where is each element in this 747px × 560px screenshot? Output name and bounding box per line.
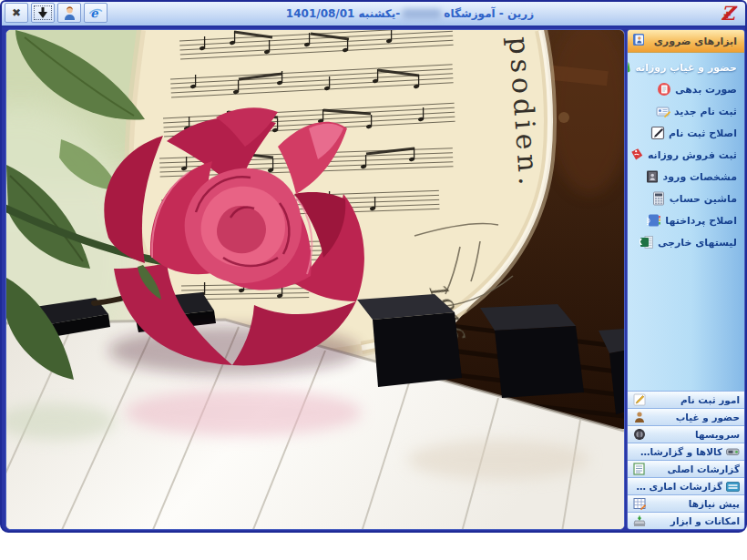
title-bar: ✖ e ز: [2, 2, 745, 27]
piano-rose-photo: psodien. 1916: [6, 30, 624, 530]
down-arrow-icon: [36, 6, 49, 19]
sidebar-header-essential-tools[interactable]: ابزارهای ضروری: [628, 30, 744, 53]
minimize-button[interactable]: [31, 3, 55, 23]
sidebar-item-edit-payments[interactable]: اصلاح پرداختها @: [628, 209, 744, 231]
sidebar-item-login-details[interactable]: مشخصات ورود: [628, 166, 744, 188]
section-label: کالاها و گزارشات مرت...: [632, 446, 722, 457]
login-details-icon: [645, 169, 660, 184]
report-list-icon: [632, 463, 646, 475]
sidebar-item-external-lists[interactable]: لیستهای خارجی X: [628, 231, 744, 253]
app-window: ✖ e ز: [0, 0, 747, 533]
section-facilities-tools[interactable]: امکانات و ابزار: [628, 512, 744, 529]
services-icon: [632, 428, 646, 441]
debt-statement-icon: [657, 82, 671, 97]
financial-report-icon: [726, 482, 740, 492]
sidebar-item-new-registration[interactable]: ثبت نام جدید: [628, 100, 744, 122]
section-prerequisites[interactable]: پیش نیازها: [628, 494, 744, 512]
main-content-photo: psodien. 1916: [5, 29, 625, 530]
user-button[interactable]: [57, 3, 81, 23]
logo-plus-mark: ✚: [723, 10, 731, 20]
section-label: پیش نیازها: [650, 498, 740, 509]
section-registration-affairs[interactable]: امور ثبت نام: [628, 391, 744, 408]
excel-icon: X: [640, 235, 654, 249]
section-main-reports[interactable]: گزارشات اصلی: [628, 460, 744, 477]
new-registration-icon: [656, 104, 670, 118]
section-services[interactable]: سرویسها: [628, 425, 744, 443]
window-title: زرین - آموزشگاه -یکشنبه 1401/08/01: [111, 2, 709, 25]
pencil-icon: [632, 393, 646, 406]
person-icon: [632, 411, 646, 423]
sidebar-item-label: حضور و غیاب روزانه: [635, 62, 737, 74]
section-label: حضور و غیاب: [650, 412, 740, 423]
sidebar-item-label: صورت بدهی: [675, 84, 737, 96]
section-goods-and-reports[interactable]: کالاها و گزارشات مرت...: [628, 443, 744, 460]
section-attendance[interactable]: حضور و غیاب: [628, 408, 744, 425]
close-icon: ✖: [12, 7, 21, 18]
section-label: امور ثبت نام: [650, 394, 740, 405]
payments-book-icon: @: [647, 213, 661, 228]
disk-drive-icon: [632, 515, 646, 527]
sidebar-item-label: ثبت فروش روزانه: [648, 149, 737, 161]
sidebar-item-label: ماشین حساب: [670, 193, 737, 205]
device-icon: [726, 447, 740, 456]
browser-button[interactable]: e: [84, 3, 107, 23]
sidebar-item-label: اصلاح ثبت نام: [669, 127, 737, 139]
sidebar-item-label: اصلاح پرداختها: [665, 215, 737, 227]
title-suffix: -یکشنبه 1401/08/01: [286, 7, 401, 20]
sidebar-item-daily-sales[interactable]: ثبت فروش روزانه: [628, 144, 744, 166]
attendance-icon: [627, 60, 631, 75]
svg-text:X: X: [640, 238, 642, 247]
sidebar-empty-area: [628, 253, 744, 391]
desktop-background: [0, 533, 747, 560]
app-logo: Z ✚: [716, 3, 740, 24]
section-statistical-financial-reports[interactable]: گزارشات اماری و مالی: [628, 477, 744, 494]
redacted-text-blur: [403, 9, 441, 19]
sidebar-item-label: لیستهای خارجی: [658, 237, 737, 249]
address-book-icon: [631, 33, 646, 49]
section-label: گزارشات اصلی: [650, 463, 740, 474]
toolbar: ✖ e: [5, 3, 107, 23]
section-label: گزارشات اماری و مالی: [632, 481, 722, 492]
sidebar-header-label: ابزارهای ضروری: [650, 36, 737, 47]
table-edit-icon: [632, 497, 646, 510]
sidebar-item-debt-statement[interactable]: صورت بدهی: [628, 78, 744, 100]
sidebar-item-daily-attendance[interactable]: حضور و غیاب روزانه: [628, 56, 744, 78]
edit-registration-icon: [650, 126, 665, 140]
sale-tag-icon: [629, 148, 644, 162]
sidebar-item-label: مشخصات ورود: [663, 171, 737, 183]
user-icon: [63, 5, 77, 20]
section-label: امکانات و ابزار: [650, 515, 740, 526]
navigation-sidebar: ابزارهای ضروری حضور و غیاب روزانه: [627, 29, 745, 530]
sidebar-item-edit-registration[interactable]: اصلاح ثبت نام: [628, 122, 744, 144]
svg-text:@: @: [647, 217, 650, 225]
svg-text:e: e: [90, 6, 98, 20]
sidebar-shortcut-list: حضور و غیاب روزانه صورت بدهی: [628, 53, 744, 253]
close-button[interactable]: ✖: [5, 3, 28, 23]
calculator-icon: [651, 191, 666, 206]
sidebar-item-calculator[interactable]: ماشین حساب: [628, 188, 744, 209]
section-label: سرویسها: [650, 429, 740, 440]
internet-explorer-icon: e: [88, 5, 103, 20]
sidebar-item-label: ثبت نام جدید: [674, 106, 737, 117]
title-prefix: زرین - آموزشگاه: [444, 7, 534, 20]
